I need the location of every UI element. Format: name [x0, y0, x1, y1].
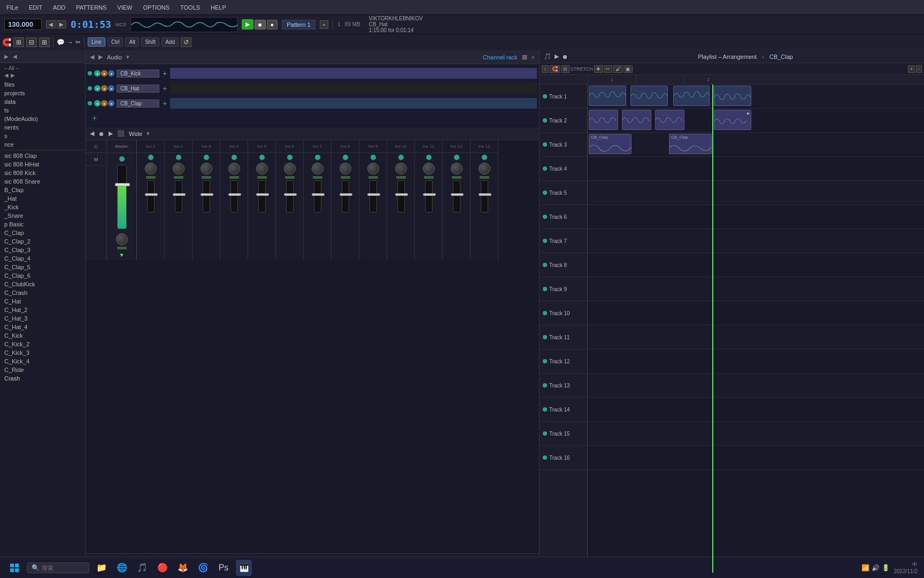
track-row-1[interactable] — [588, 85, 924, 109]
sidebar-item-hat[interactable]: _Hat — [0, 194, 85, 203]
track-row-15[interactable] — [588, 422, 924, 446]
pattern-block-1-3[interactable] — [673, 86, 710, 106]
ch-fx-kick[interactable]: ● — [108, 70, 114, 77]
insert-send-7[interactable] — [313, 176, 322, 179]
beat-preset-arrow[interactable]: ▾ — [147, 130, 150, 137]
pl-tool-cursor[interactable]: ↕ — [542, 65, 549, 73]
track-row-9[interactable] — [588, 277, 924, 301]
menu-view[interactable]: VIEW — [115, 3, 134, 12]
ch-plus-kick[interactable]: + — [163, 69, 167, 78]
track-row-6[interactable] — [588, 205, 924, 229]
taskbar-fl-btn[interactable]: 🎹 — [236, 560, 252, 576]
insert-led-3[interactable] — [204, 155, 209, 160]
taskbar-explorer-btn[interactable]: 📁 — [94, 560, 110, 576]
pattern-block-2-3[interactable] — [655, 110, 684, 130]
track-row-8[interactable] — [588, 253, 924, 277]
sidebar-item-808snare[interactable]: sic 808 Snare — [0, 177, 85, 186]
mode-selector[interactable]: Line — [88, 37, 105, 47]
track-row-3[interactable]: CB_Clap CB_Clap — [588, 133, 924, 157]
insert-led-6[interactable] — [287, 155, 292, 160]
insert-fader-11[interactable] — [423, 193, 436, 196]
tool-arrow[interactable]: → — [67, 39, 73, 46]
taskbar-search-input[interactable] — [42, 565, 84, 571]
taskbar-ps-btn[interactable]: Ps — [215, 560, 232, 576]
ch-fx-hat[interactable]: ● — [108, 85, 114, 92]
ch-plus-clap[interactable]: + — [163, 99, 167, 108]
track-grid[interactable]: ▶ CB_Clap CB_Clap — [588, 85, 924, 573]
sidebar-item-nce[interactable]: nce — [0, 140, 85, 149]
insert-send-8[interactable] — [341, 176, 350, 179]
pattern-block-3-1[interactable]: CB_Clap — [589, 134, 632, 154]
cr-bars[interactable]: ▦ — [522, 54, 527, 60]
menu-tools[interactable]: TOOLS — [178, 3, 202, 12]
pattern-block-3-2[interactable]: CB_Clap — [669, 134, 712, 154]
menu-add[interactable]: ADD — [51, 3, 67, 12]
master-send-lr[interactable] — [117, 247, 127, 249]
track-row-14[interactable] — [588, 398, 924, 422]
taskbar-search-box[interactable]: 🔍 — [27, 562, 89, 573]
ch-solo-clap[interactable]: ● — [101, 100, 107, 107]
sidebar-item-ckick3[interactable]: C_Kick_3 — [0, 348, 85, 357]
sidebar-item-projects[interactable]: projects — [0, 89, 85, 97]
ch-mute-clap[interactable]: ● — [94, 100, 101, 107]
insert-led-11[interactable] — [426, 155, 432, 160]
tool-grid[interactable]: ⊟ — [26, 37, 37, 47]
track-row-7[interactable] — [588, 229, 924, 253]
insert-send-6[interactable] — [285, 176, 295, 179]
insert-fader-13[interactable] — [479, 193, 491, 196]
sidebar-item-data[interactable]: data — [0, 97, 85, 106]
insert-led-13[interactable] — [482, 155, 487, 160]
sidebar-item-ckick2[interactable]: C_Kick_2 — [0, 340, 85, 348]
menu-options[interactable]: OPTIONS — [141, 3, 172, 12]
sidebar-item-cclap3[interactable]: C_Clap_3 — [0, 246, 85, 254]
insert-led-4[interactable] — [232, 155, 237, 160]
tool-cut[interactable]: ✂ — [75, 39, 81, 46]
track-row-2[interactable]: ▶ — [588, 109, 924, 133]
sidebar-item-cclap[interactable]: C_Clap — [0, 229, 85, 237]
track-row-5[interactable] — [588, 181, 924, 205]
insert-send-10[interactable] — [396, 176, 406, 179]
track-row-11[interactable] — [588, 325, 924, 349]
insert-led-12[interactable] — [454, 155, 459, 160]
taskbar-browser-btn[interactable]: 🌐 — [114, 560, 130, 576]
pattern-block-1-1[interactable] — [589, 86, 626, 106]
ctrl-btn[interactable]: Ctrl — [107, 37, 124, 47]
sidebar-item-ckick4[interactable]: C_Kick_4 — [0, 357, 85, 366]
insert-send-2[interactable] — [174, 176, 183, 179]
beat-record[interactable]: ⏺ — [98, 131, 104, 137]
sidebar-item-808hihat[interactable]: sic 808 HiHat — [0, 160, 85, 169]
insert-led-8[interactable] — [343, 155, 348, 160]
track-row-13[interactable] — [588, 374, 924, 398]
cr-close[interactable]: × — [532, 54, 535, 60]
master-power-led[interactable] — [119, 156, 125, 162]
insert-fader-10[interactable] — [395, 193, 408, 196]
insert-knob-8[interactable] — [340, 163, 351, 174]
alt-btn[interactable]: Alt — [125, 37, 139, 47]
sidebar-item-s[interactable]: s — [0, 132, 85, 140]
pattern-block-2-4[interactable]: ▶ — [714, 110, 751, 130]
ch-solo-hat[interactable]: ● — [101, 85, 107, 92]
insert-knob-10[interactable] — [395, 163, 407, 174]
cr-options[interactable]: ▾ — [126, 54, 129, 60]
taskbar-app4-btn[interactable]: 🌀 — [195, 560, 211, 576]
insert-knob-5[interactable] — [256, 163, 268, 174]
pl-zoom-in[interactable]: + — [908, 65, 915, 73]
windows-start-btn[interactable] — [6, 560, 22, 576]
sidebar-item-files[interactable]: files — [0, 80, 85, 89]
sidebar-item-snare[interactable]: _Snare — [0, 211, 85, 220]
track-row-10[interactable] — [588, 301, 924, 325]
insert-led-1[interactable] — [148, 155, 153, 160]
sidebar-item-pbasic[interactable]: p Basic — [0, 220, 85, 229]
beat-nav-right[interactable]: ▶ — [109, 130, 113, 137]
sidebar-item-chat4[interactable]: C_Hat_4 — [0, 323, 85, 331]
sidebar-item-chat2[interactable]: C_Hat_2 — [0, 306, 85, 314]
insert-send-13[interactable] — [480, 176, 489, 179]
sidebar-item-nents[interactable]: nents — [0, 123, 85, 132]
insert-knob-11[interactable] — [423, 163, 435, 174]
sidebar-item-cride[interactable]: C_Ride — [0, 366, 85, 374]
tempo-control[interactable]: 130.000 — [4, 19, 42, 30]
sidebar-item-808kick[interactable]: sic 808 Kick — [0, 169, 85, 177]
tool-magnet[interactable]: 🧲 — [2, 38, 11, 47]
stop-btn[interactable]: ▶ — [242, 19, 253, 29]
sidebar-item-crash[interactable]: C_Crash — [0, 288, 85, 297]
